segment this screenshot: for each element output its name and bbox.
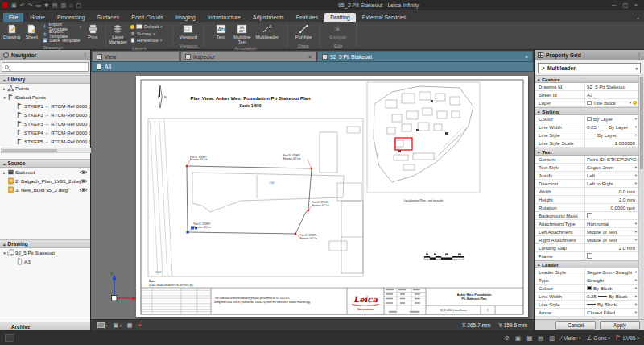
current-layer-selector[interactable]: Default▾ [129,23,166,31]
view-tab-view[interactable]: View [92,51,180,61]
ribbon-tab-features[interactable]: Features [291,13,324,22]
apply-button[interactable]: Apply [600,321,640,330]
tree-expander-icon[interactable]: ▸ [2,170,7,175]
tree-item[interactable]: STKEP5 ← RTCM-Ref 0000 (07/10/ [0,137,90,146]
delete-icon[interactable]: ▭ [35,2,41,9]
survey-layer-button[interactable]: Survey▾ [129,31,166,38]
section-header-drawing[interactable]: ▴Drawing [0,239,90,248]
redo-icon[interactable]: ↷ [28,2,33,9]
visibility-eye-icon[interactable] [79,187,88,193]
visibility-eye-icon[interactable] [79,169,88,176]
undo-icon[interactable]: ↶ [20,2,25,9]
view-mode-selector[interactable]: ▣▾ [114,322,122,329]
save-icon[interactable]: ▣ [11,2,17,9]
property-value[interactable]: Title Block▾ [584,99,638,106]
polyline-button[interactable]: Polyline [294,23,313,40]
tool-icon[interactable]: ▤ [52,2,58,9]
dropdown-arrow-icon[interactable]: ▾ [630,101,631,105]
property-scrollbar[interactable] [638,75,644,319]
section-header-library[interactable]: ▴Library [0,75,90,84]
tree-item[interactable]: ▾Staked Points [0,93,90,102]
multileader-button[interactable]: A Multileader [254,23,279,40]
viewport-button[interactable]: Viewport [178,23,199,40]
ribbon-tab-surfaces[interactable]: Surfaces [92,13,126,22]
tree-item[interactable]: ▸Stakeout [0,168,90,177]
dropdown-arrow-icon[interactable]: ▾ [635,294,637,298]
property-value[interactable]: Middle of Text▾ [584,228,638,235]
tree-item[interactable]: A3 [0,257,90,266]
property-section-feature[interactable]: ▴Feature [535,75,638,83]
property-value[interactable]: Left to Right▾ [584,180,638,187]
horizontal-scrollbar[interactable] [1,148,91,153]
save-template-button[interactable]: Save Template [41,37,83,44]
tree-item[interactable]: 3. New_Build 95_2.dwg [0,185,90,194]
archive-section-header[interactable]: Archive [0,322,90,330]
property-value[interactable]: Horizontal▾ [584,220,638,227]
dropdown-arrow-icon[interactable]: ▾ [635,181,637,185]
dropdown-arrow-icon[interactable]: ▾ [635,286,637,290]
property-value[interactable]: By Block▾ [584,301,638,308]
ribbon-tab-processing[interactable]: Processing [52,13,91,22]
sheet-tab-a3[interactable]: A3 [91,61,534,72]
pin-icon[interactable]: ⊤ [637,52,641,58]
dropdown-arrow-icon[interactable]: ▾ [635,302,637,306]
property-section-text[interactable]: ▴Text [535,148,638,156]
property-value[interactable]: 0.25By Layer▾ [584,123,638,131]
ribbon-tab-infrastructure[interactable]: Infrastructure [202,13,246,22]
ribbon-tab-drafting[interactable]: Drafting [324,13,356,22]
dropdown-arrow-icon[interactable]: ▾ [635,278,637,282]
window-icon[interactable]: ▢ [76,2,81,9]
settings-icon[interactable]: ✱ [44,2,49,9]
ribbon-tab-home[interactable]: Home [24,13,51,22]
export-template-button[interactable]: Export Template [41,31,83,38]
minimize-button[interactable]: ─ [612,2,616,9]
section-header-source[interactable]: ▴Source [0,159,90,168]
dropdown-arrow-icon[interactable]: ▾ [635,173,637,177]
snap-toggle[interactable]: + [138,322,142,329]
entity-selector[interactable]: ↗ Multileader ▾ [538,63,641,73]
view-tab-92-5-pit-stakeout[interactable]: 92_5 Pit Stakeout× [317,51,533,61]
ribbon-tab-file[interactable]: File [3,13,23,22]
dropdown-arrow-icon[interactable]: ▾ [635,125,637,129]
tree-expander-icon[interactable]: ▸ [2,86,7,91]
close-tab-icon[interactable]: × [303,54,312,60]
drawing-button[interactable]: Drawing [2,23,22,40]
property-value[interactable]: 0.25By Block▾ [584,293,638,300]
layer-bulb-icon[interactable] [633,101,637,105]
view-tab-inspector[interactable]: Inspector× [180,51,316,61]
property-value[interactable]: Straight▾ [584,276,638,284]
tree-item[interactable]: ▾92_5 Pit Stakeout [0,248,90,257]
dropdown-arrow-icon[interactable]: ▾ [635,238,637,242]
collapse-ribbon-icon[interactable]: ▴ [637,15,639,20]
multiline-text-button[interactable]: Ab Multiline Text [232,23,252,45]
sheet-button[interactable]: Sheet [22,23,41,40]
property-section-styling[interactable]: ▴Styling [535,107,638,115]
property-value[interactable] [584,252,638,260]
property-section-leader[interactable]: ▴Leader [535,260,638,268]
dropdown-arrow-icon[interactable]: ▾ [635,117,637,121]
dropdown-arrow-icon[interactable]: ▾ [635,222,637,226]
units-selector[interactable]: ∕ Meter▾ [560,335,580,342]
checkbox[interactable] [587,213,592,218]
tree-item[interactable]: STKEP2 ← RTCM-Ref 0000 (07/10/ [0,110,90,119]
layers-icon[interactable]: ▤ [538,335,543,342]
grid-icon[interactable]: ▦ [526,335,532,342]
report-icon[interactable]: ▥ [549,335,555,342]
ribbon-tab-adjustments[interactable]: Adjustments [247,13,290,22]
drawing-sheet[interactable]: N Plan View: Anker West Foundation Pit S… [136,76,528,317]
text-button[interactable]: Ab Text [211,23,230,40]
image-icon[interactable]: ⌂ [69,2,72,9]
tree-expander-icon[interactable]: ▾ [2,251,7,256]
tree-item[interactable]: 2. Balgach_Plan_LV95_2.dwg [0,177,90,185]
crs-selector[interactable]: LV95▾ [616,335,639,341]
ribbon-tab-point-clouds[interactable]: Point Clouds [126,13,169,22]
property-value[interactable]: Closed Filled▾ [584,309,638,316]
grid-toggle[interactable]: ▦ [127,322,133,329]
checkbox[interactable] [587,253,592,259]
print-button[interactable]: Print [83,23,102,40]
explode-button[interactable]: Explode [328,23,349,40]
layer-manager-button[interactable]: Layer Manager [107,23,129,45]
cancel-button[interactable]: Cancel [555,321,596,330]
property-value[interactable] [584,212,638,219]
dropdown-arrow-icon[interactable]: ▾ [635,230,637,234]
